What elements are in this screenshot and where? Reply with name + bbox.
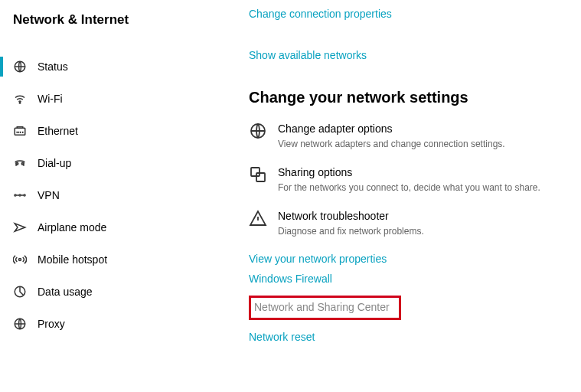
vpn-icon: [13, 188, 27, 202]
section-heading: Change your network settings: [249, 89, 581, 106]
nav-label: Data usage: [38, 286, 93, 298]
setting-title: Network troubleshooter: [278, 209, 424, 224]
page-title: Network & Internet: [0, 8, 249, 37]
airplane-icon: [13, 220, 27, 234]
svg-rect-13: [256, 173, 265, 181]
link-network-reset[interactable]: Network reset: [249, 331, 581, 343]
setting-desc: For the networks you connect to, decide …: [278, 181, 540, 194]
setting-sharing-options[interactable]: Sharing options For the networks you con…: [249, 165, 581, 194]
nav-label: Mobile hotspot: [38, 253, 107, 266]
adapter-icon: [249, 122, 267, 140]
nav-item-hotspot[interactable]: Mobile hotspot: [0, 243, 249, 276]
svg-point-5: [15, 194, 16, 196]
setting-desc: Diagnose and fix network problems.: [278, 225, 424, 237]
troubleshoot-icon: [249, 209, 267, 227]
nav-list: Status Wi-Fi Ethernet Dial-up VPN: [0, 51, 249, 340]
dialup-icon: [13, 156, 27, 170]
datausage-icon: [13, 285, 27, 299]
nav-item-dialup[interactable]: Dial-up: [0, 147, 249, 179]
nav-item-status[interactable]: Status: [0, 51, 249, 83]
svg-point-1: [19, 103, 21, 104]
nav-label: Dial-up: [38, 157, 71, 169]
nav-label: Status: [38, 60, 68, 73]
wifi-icon: [13, 92, 27, 106]
link-windows-firewall[interactable]: Windows Firewall: [249, 273, 581, 285]
main-content: Change connection properties Show availa…: [249, 0, 581, 392]
setting-troubleshooter[interactable]: Network troubleshooter Diagnose and fix …: [249, 209, 581, 237]
nav-item-ethernet[interactable]: Ethernet: [0, 115, 249, 147]
link-change-connection-properties[interactable]: Change connection properties: [249, 8, 392, 20]
sidebar: Network & Internet Status Wi-Fi Ethernet…: [0, 0, 249, 392]
link-show-available-networks[interactable]: Show available networks: [249, 49, 367, 61]
svg-point-6: [19, 194, 21, 196]
hotspot-icon: [13, 253, 27, 266]
nav-label: Ethernet: [38, 125, 78, 137]
proxy-icon: [13, 317, 27, 331]
setting-change-adapter[interactable]: Change adapter options View network adap…: [249, 122, 581, 150]
svg-point-7: [24, 194, 25, 196]
nav-label: Proxy: [38, 318, 65, 330]
nav-label: Airplane mode: [38, 221, 106, 234]
status-icon: [13, 60, 27, 74]
ethernet-icon: [13, 124, 27, 138]
nav-label: Wi-Fi: [38, 93, 63, 105]
sharing-icon: [249, 165, 267, 184]
svg-rect-12: [251, 168, 259, 176]
svg-point-8: [19, 259, 21, 261]
nav-item-datausage[interactable]: Data usage: [0, 276, 249, 308]
link-view-properties[interactable]: View your network properties: [249, 253, 581, 265]
setting-title: Change adapter options: [278, 122, 505, 136]
nav-item-wifi[interactable]: Wi-Fi: [0, 83, 249, 115]
nav-label: VPN: [38, 189, 60, 201]
nav-item-vpn[interactable]: VPN: [0, 179, 249, 211]
setting-desc: View network adapters and change connect…: [278, 138, 505, 150]
nav-item-proxy[interactable]: Proxy: [0, 308, 249, 340]
link-network-sharing-center[interactable]: Network and Sharing Center: [254, 301, 390, 313]
highlight-box: Network and Sharing Center: [249, 296, 401, 320]
nav-item-airplane[interactable]: Airplane mode: [0, 211, 249, 243]
bottom-links: View your network properties Windows Fir…: [249, 253, 581, 343]
setting-title: Sharing options: [278, 165, 540, 180]
